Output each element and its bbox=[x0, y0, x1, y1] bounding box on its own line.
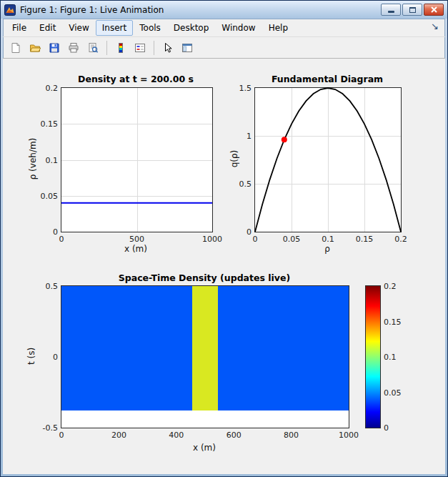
menu-item-desktop[interactable]: Desktop bbox=[167, 20, 216, 36]
colorbar: 00.050.10.150.2 bbox=[365, 285, 381, 428]
insert-colorbar-button[interactable] bbox=[112, 39, 129, 56]
close-icon bbox=[431, 6, 437, 13]
density-xlabel: x (m) bbox=[124, 244, 147, 254]
density-plot-title: Density at t = 200.00 s bbox=[78, 74, 194, 84]
print-preview-icon bbox=[87, 42, 99, 54]
new-figure-button[interactable] bbox=[7, 39, 24, 56]
toolbar-separator bbox=[106, 41, 107, 55]
menu-item-view[interactable]: View bbox=[62, 20, 95, 36]
open-folder-icon bbox=[29, 42, 41, 54]
space-time-xlabel: x (m) bbox=[193, 443, 216, 453]
menu-item-window[interactable]: Window bbox=[215, 20, 262, 36]
save-figure-button[interactable] bbox=[46, 39, 63, 56]
printer-icon bbox=[68, 42, 79, 54]
fundamental-diagram-xlabel: ρ bbox=[324, 244, 330, 254]
cursor-arrow-icon bbox=[162, 42, 174, 54]
new-figure-icon bbox=[10, 42, 21, 54]
title-bar[interactable]: Figure 1: Figure 1: Live Animation bbox=[1, 1, 447, 19]
menu-item-file[interactable]: File bbox=[6, 20, 33, 36]
edit-plot-button[interactable] bbox=[159, 39, 176, 56]
figure-window: Figure 1: Figure 1: Live Animation File … bbox=[0, 0, 448, 477]
save-icon bbox=[49, 42, 60, 54]
insert-legend-button[interactable] bbox=[131, 39, 149, 56]
figure-canvas: Density at t = 200.00 s 0500100000.050.1… bbox=[3, 59, 445, 474]
close-button[interactable] bbox=[424, 4, 444, 16]
menu-item-insert[interactable]: Insert bbox=[96, 20, 133, 36]
menu-item-help[interactable]: Help bbox=[262, 20, 294, 36]
minimize-button[interactable] bbox=[381, 4, 401, 16]
space-time-axes: 02004006008001000-0.500.5 bbox=[61, 285, 349, 428]
client-area: File Edit View Insert Tools Desktop Wind… bbox=[3, 19, 445, 474]
fundamental-diagram-ylabel: q(ρ) bbox=[229, 150, 239, 168]
toolbar-separator bbox=[154, 41, 154, 55]
window-title: Figure 1: Figure 1: Live Animation bbox=[20, 5, 377, 15]
dock-figure-icon[interactable]: ↘ bbox=[431, 21, 439, 31]
print-figure-button[interactable] bbox=[65, 39, 82, 56]
menu-bar: File Edit View Insert Tools Desktop Wind… bbox=[3, 19, 445, 37]
insert-colorbar-icon bbox=[115, 42, 126, 54]
space-time-title: Space-Time Density (updates live) bbox=[119, 272, 290, 283]
figure-toolbar bbox=[3, 37, 445, 59]
window-controls bbox=[381, 4, 444, 16]
menu-item-tools[interactable]: Tools bbox=[133, 20, 167, 36]
matlab-figure-icon bbox=[4, 4, 16, 16]
maximize-button[interactable] bbox=[402, 4, 422, 16]
fundamental-diagram-axes: 00.050.10.150.200.511.5 bbox=[254, 87, 402, 232]
density-ylabel: ρ (veh/m) bbox=[28, 138, 38, 180]
plot-tools-icon bbox=[181, 42, 193, 54]
fundamental-diagram-title: Fundamental Diagram bbox=[272, 74, 383, 84]
density-axes: 0500100000.050.10.150.2 bbox=[61, 87, 213, 232]
open-file-button[interactable] bbox=[26, 39, 44, 56]
show-plot-tools-button[interactable] bbox=[179, 39, 196, 56]
print-preview-button[interactable] bbox=[84, 39, 101, 56]
minimize-icon bbox=[388, 11, 394, 13]
space-time-ylabel: t (s) bbox=[26, 348, 36, 365]
insert-legend-icon bbox=[134, 42, 146, 54]
maximize-icon bbox=[409, 7, 416, 13]
menu-item-edit[interactable]: Edit bbox=[33, 20, 62, 36]
